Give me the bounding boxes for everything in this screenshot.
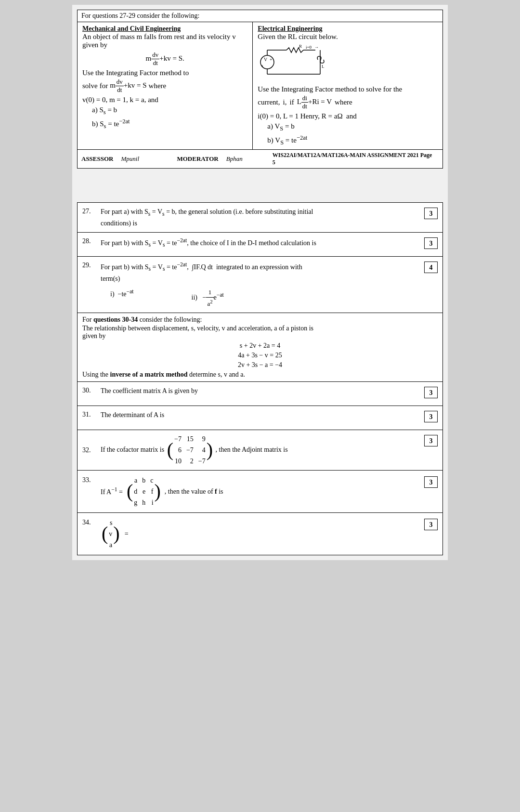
left-b-text: b) Ss = te−2at: [92, 120, 130, 128]
for-questions-text: For questions 27-29 consider the followi…: [81, 12, 199, 19]
q30-content: The coefficient matrix A is given by: [101, 386, 424, 396]
m02: 9: [198, 434, 206, 444]
left-para: Use the Integrating Factor method to: [82, 69, 247, 77]
left-a: a) Ss = b: [82, 106, 247, 116]
q34-content: ( s v a ) =: [101, 518, 424, 550]
result-vector: ( s v a ): [101, 518, 121, 550]
q29-options: i) −te−at ii) −1a2e−at: [101, 288, 424, 308]
eq3: 2v + 3s − a = −4: [82, 361, 438, 369]
solve-label: solve: [82, 82, 98, 90]
q34-num: 34.: [82, 518, 101, 526]
gap: [77, 169, 443, 188]
vec-left: (: [102, 524, 108, 543]
equals-sign: =: [125, 529, 129, 539]
right-title: Electrical Engineering: [258, 25, 438, 33]
vec-values: s v a: [109, 518, 112, 550]
q33-content: If A−1 = ( abc def ghi ) , then the valu…: [101, 475, 424, 508]
m22: −7: [198, 456, 206, 466]
q30-header: For questions 30-34 consider the followi…: [78, 313, 442, 382]
svg-text:+: +: [270, 57, 273, 62]
eq1: s + 2v + 2a = 4: [82, 342, 438, 350]
left-eq1: mdvdt+kv = S.: [82, 51, 247, 67]
right-solve-row: current, i, if Ldidt+Ri = V where: [258, 94, 438, 110]
for-label: for: [100, 82, 108, 90]
right-a: a) VS = b: [258, 122, 438, 132]
q29-num: 29.: [82, 261, 101, 269]
question-30: 30. The coefficient matrix A is given by…: [78, 382, 442, 406]
mh: h: [142, 498, 145, 508]
cofactor-matrix: ( −7159 6−74 102−7 ): [166, 434, 214, 466]
left-title: Mechanical and Civil Engineering: [82, 25, 247, 33]
q27-num: 27.: [82, 207, 101, 215]
mg: g: [134, 498, 137, 508]
q27-marks: 3: [424, 208, 438, 219]
q33-num: 33.: [82, 475, 101, 484]
assessor-row: ASSESSOR Mpunil MODERATOR Bphan WIS22AI/…: [77, 150, 443, 169]
assessor-sig: Mpunil: [121, 155, 159, 163]
m20: 10: [174, 456, 182, 466]
eq2: 4a + 3s − v = 25: [82, 352, 438, 359]
m00: −7: [174, 434, 182, 444]
me: e: [142, 486, 145, 497]
vs: s: [109, 518, 112, 528]
left-b: b) Ss = te−2at: [82, 118, 247, 130]
right-intro: Given the RL circuit below.: [258, 33, 438, 41]
abc-matrix: abc def ghi: [134, 475, 153, 508]
q30-desc: The relationship between displacement, s…: [82, 325, 438, 332]
q30-header-title: For questions 30-34 consider the followi…: [82, 316, 438, 324]
q29-marks: 4: [424, 262, 438, 273]
q29-option-i: i) −te−at: [110, 288, 134, 308]
q28-marks: 3: [424, 237, 438, 249]
mi: i: [150, 498, 153, 508]
q28-content: For part b) with Ss = Vs = te−2at, the c…: [101, 236, 424, 249]
questions-section-27-29: 27. For part a) with Ss = Vs = b, the ge…: [77, 202, 443, 555]
q32-text2: , then the Adjoint matrix is: [216, 445, 288, 453]
moderator-label: MODERATOR: [177, 155, 218, 163]
left-bracket2: (: [127, 482, 133, 501]
mb: b: [142, 475, 145, 485]
left-solve-row: solve for mdvdt+kv = S where: [82, 78, 247, 94]
va: a: [109, 540, 112, 550]
q32-text1: If the cofactor matrix is: [101, 445, 164, 453]
q31-marks: 3: [424, 411, 438, 422]
vv: v: [109, 529, 112, 539]
mf: f: [150, 486, 153, 497]
m12: 4: [198, 445, 206, 455]
question-27: 27. For part a) with Ss = Vs = b, the ge…: [78, 203, 442, 233]
question-33: 33. If A−1 = ( abc def ghi ) , then the …: [78, 471, 442, 513]
q33-text2: , then the value of f is: [165, 486, 223, 497]
svg-text:L: L: [322, 64, 325, 69]
m10: 6: [174, 445, 182, 455]
q32-marks: 3: [424, 435, 438, 446]
left-ic: v(0) = 0, m = 1, k = a, and: [82, 96, 247, 104]
circuit-diagram: i=0 R → L V: [258, 43, 438, 83]
q29-option-ii: ii) −1a2e−at: [192, 288, 224, 308]
left-eq2: mdvdt+kv = S: [110, 78, 146, 94]
matrix-values: −7159 6−74 102−7: [174, 434, 206, 466]
assessor-label: ASSESSOR: [81, 155, 113, 163]
right-where: where: [335, 98, 352, 106]
q33-marks: 3: [424, 476, 438, 488]
question-28: 28. For part b) with Ss = Vs = te−2at, t…: [78, 233, 442, 257]
wis-text: WIS22AI/MAT12A/MAT126A-MAIN ASSIGNMENT 2…: [273, 152, 436, 166]
inverse-matrix: ( abc def ghi ): [126, 475, 162, 508]
svg-text:V: V: [264, 57, 268, 62]
i-label: i,: [283, 98, 287, 106]
m21: 2: [186, 456, 194, 466]
vec-right: ): [113, 524, 119, 543]
left-intro: An object of mass m falls from rest and …: [82, 33, 247, 49]
if-label: if: [289, 98, 294, 106]
q34-marks: 3: [424, 519, 438, 530]
ma: a: [134, 475, 137, 485]
question-34: 34. ( s v a ) = 3: [78, 513, 442, 555]
page: For questions 27-29 consider the followi…: [72, 5, 448, 560]
question-29: 29. For part b) with Ss = Vs = te−2at, ∫…: [78, 257, 442, 313]
q28-num: 28.: [82, 236, 101, 245]
question-32: 32. If the cofactor matrix is ( −7159 6−…: [78, 430, 442, 471]
right-para: Use the Integrating Factor method to sol…: [258, 85, 438, 93]
svg-text:i=0: i=0: [306, 45, 312, 50]
q31-content: The determinant of A is: [101, 410, 424, 420]
right-b: b) VS = te−2at: [258, 134, 438, 146]
right-ic: i(0) = 0, L = 1 Henry, R = aΩ and: [258, 112, 438, 120]
right-bracket: ): [207, 440, 213, 459]
